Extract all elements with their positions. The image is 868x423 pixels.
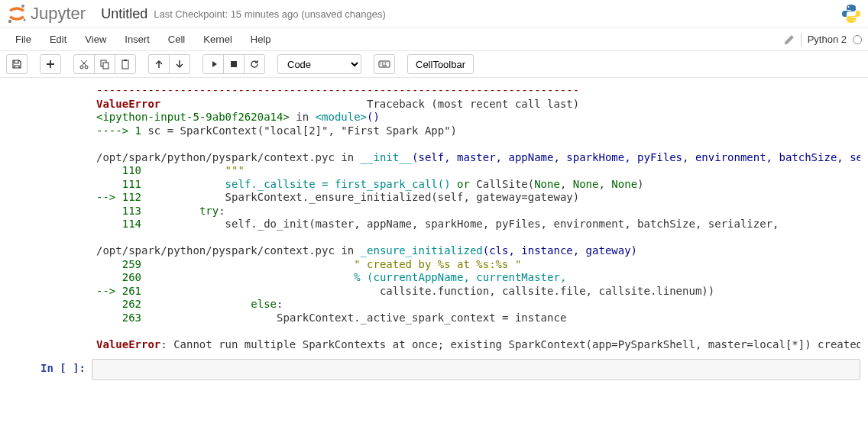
svg-rect-11 [231,61,237,67]
plus-icon [45,59,56,69]
svg-rect-9 [122,60,128,69]
copy-button[interactable] [94,54,115,74]
copy-icon [99,59,110,69]
cell-type-select[interactable]: Code [277,54,361,74]
run-button[interactable] [202,54,224,74]
jupyter-icon [6,3,28,24]
python-icon [840,3,862,24]
svg-point-4 [853,20,855,21]
pencil-icon[interactable] [784,34,795,45]
menu-help[interactable]: Help [241,29,280,50]
input-prompt: In [ ]: [8,359,92,380]
svg-rect-10 [124,60,127,61]
menu-file[interactable]: File [6,29,40,50]
menu-kernel[interactable]: Kernel [194,29,241,50]
move-up-button[interactable] [148,54,170,74]
output-cell: ----------------------------------------… [8,81,860,354]
menubar: File Edit View Insert Cell Kernel Help P… [0,28,868,51]
svg-point-1 [8,20,11,23]
restart-button[interactable] [244,54,265,74]
keyboard-icon [378,59,390,69]
cut-button[interactable] [73,54,95,74]
arrow-up-icon [154,59,164,69]
svg-point-6 [85,66,88,69]
svg-rect-8 [103,63,108,69]
save-icon [11,59,22,69]
cut-icon [79,59,89,69]
run-icon [208,59,219,69]
notebook-container: ----------------------------------------… [0,81,868,380]
arrow-down-icon [174,59,185,69]
svg-point-0 [21,5,24,8]
paste-button[interactable] [115,54,136,74]
command-palette-button[interactable] [374,54,395,74]
output-prompt [8,81,92,354]
interrupt-button[interactable] [223,54,245,74]
svg-point-2 [24,19,26,21]
traceback: ----------------------------------------… [96,84,856,351]
paste-icon [120,59,131,69]
notebook-title[interactable]: Untitled [101,6,147,22]
output-area: ----------------------------------------… [92,81,860,354]
toolbar: Code CellToolbar [0,51,868,78]
kernel-indicator-icon [853,35,862,44]
logo-text: Jupyter [31,4,86,24]
divider [801,33,802,47]
add-cell-button[interactable] [40,54,61,74]
kernel-name[interactable]: Python 2 [808,34,847,45]
checkpoint-status: Last Checkpoint: 15 minutes ago (unsaved… [154,8,386,20]
celltoolbar-button[interactable]: CellToolbar [407,54,474,74]
menu-view[interactable]: View [76,29,115,50]
svg-point-5 [80,66,83,69]
input-cell[interactable]: In [ ]: [8,359,860,380]
move-down-button[interactable] [169,54,190,74]
save-button[interactable] [6,54,28,74]
stop-icon [228,59,239,69]
header: Jupyter Untitled Last Checkpoint: 15 min… [0,0,868,28]
code-input[interactable] [92,359,860,380]
menu-cell[interactable]: Cell [159,29,194,50]
menu-edit[interactable]: Edit [40,29,76,50]
svg-point-3 [848,6,850,8]
jupyter-logo[interactable]: Jupyter [6,3,86,24]
restart-icon [249,59,260,69]
menu-insert[interactable]: Insert [115,29,159,50]
